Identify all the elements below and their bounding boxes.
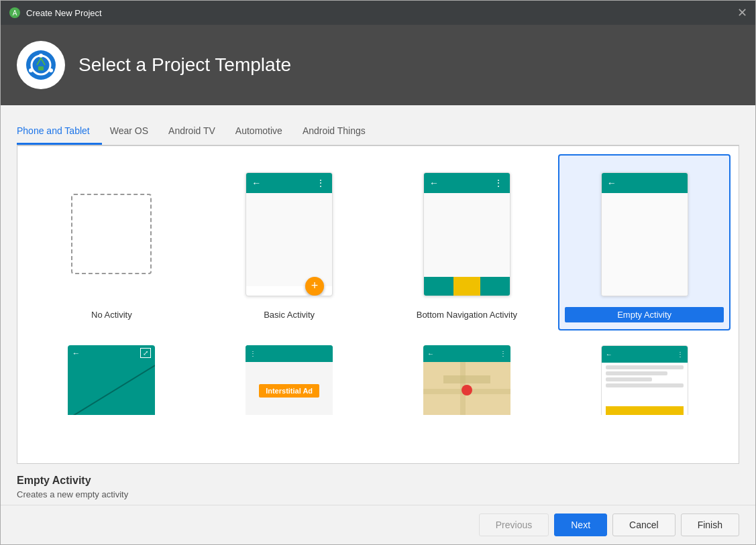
interstitial-dots: ⋮: [250, 350, 256, 357]
fullscreen-mockup: ← ⤢: [68, 345, 155, 416]
maps-dots-icon: ⋮: [500, 350, 506, 357]
template-grid-container[interactable]: No Activity ← ⋮ +: [17, 145, 739, 464]
master-line-1: [606, 365, 684, 369]
empty-activity-preview: ←: [592, 164, 696, 304]
template-interstitial-ad[interactable]: ⋮ Interstitial Ad: [203, 336, 376, 416]
app-icon: A: [9, 7, 21, 19]
nav-center-highlight: [453, 277, 480, 296]
empty-back-icon: ←: [607, 178, 616, 188]
close-button[interactable]: ✕: [737, 7, 747, 19]
empty-body: [602, 193, 688, 296]
selected-template-title: Empty Activity: [17, 475, 739, 487]
maps-preview: ← ⋮: [415, 345, 519, 416]
bottom-nav-preview: ← ⋮: [415, 164, 519, 304]
no-activity-dashed-box: [71, 194, 152, 274]
selected-template-description: Creates a new empty activity: [17, 489, 739, 499]
map-svg: [423, 362, 510, 416]
window: A Create New Project ✕ Select a Project …: [0, 0, 756, 545]
header-title: Select a Project Template: [78, 54, 291, 76]
basic-topbar: ← ⋮: [246, 173, 332, 193]
interstitial-preview: ⋮ Interstitial Ad: [237, 345, 341, 416]
master-detail-mockup: ← ⋮: [601, 345, 688, 416]
svg-text:A: A: [13, 9, 17, 17]
master-line-3: [606, 377, 653, 381]
no-activity-preview: [60, 164, 164, 304]
header: Select a Project Template: [1, 25, 755, 105]
empty-activity-mockup: ←: [601, 172, 688, 296]
interstitial-mockup: ⋮ Interstitial Ad: [246, 345, 333, 416]
template-fullscreen[interactable]: ← ⤢: [25, 336, 198, 416]
menu-dots-icon: ⋮: [316, 178, 327, 188]
maps-topbar: ← ⋮: [423, 345, 510, 362]
tab-android-things[interactable]: Android Things: [300, 119, 378, 145]
maps-body: [423, 362, 510, 416]
bottom-nav-bar: [424, 277, 510, 296]
empty-activity-label: Empty Activity: [565, 307, 724, 322]
master-topbar: ← ⋮: [602, 346, 688, 363]
svg-line-8: [68, 365, 155, 416]
master-dots-icon: ⋮: [677, 351, 684, 358]
template-empty-activity[interactable]: ← Empty Activity: [558, 154, 731, 330]
template-google-maps[interactable]: ← ⋮: [381, 336, 553, 416]
diagonal-decoration: [68, 345, 155, 416]
footer: Previous Next Cancel Finish: [1, 505, 755, 544]
basic-activity-mockup: ← ⋮ +: [246, 172, 333, 296]
interstitial-body: Interstitial Ad: [246, 362, 333, 416]
tab-wear-os[interactable]: Wear OS: [107, 119, 160, 145]
next-button[interactable]: Next: [554, 513, 607, 536]
back-arrow-icon2: ←: [429, 178, 439, 188]
tabs: Phone and Tablet Wear OS Android TV Auto…: [17, 119, 739, 145]
finish-button[interactable]: Finish: [681, 513, 739, 536]
svg-rect-7: [38, 66, 44, 70]
cancel-button[interactable]: Cancel: [612, 513, 676, 536]
svg-point-6: [49, 68, 53, 72]
basic-activity-label: Basic Activity: [258, 307, 320, 322]
no-activity-label: No Activity: [86, 307, 138, 322]
template-description: Empty Activity Creates a new empty activ…: [17, 464, 739, 505]
ad-badge: Interstitial Ad: [259, 384, 319, 398]
interstitial-topbar: ⋮: [246, 345, 333, 362]
master-line-2: [606, 371, 668, 375]
svg-point-5: [29, 68, 33, 72]
android-studio-logo: [25, 49, 57, 81]
titlebar-left: A Create New Project: [9, 7, 102, 19]
tab-phone-tablet[interactable]: Phone and Tablet: [17, 119, 102, 145]
master-detail-preview: ← ⋮: [592, 345, 696, 416]
svg-rect-10: [443, 375, 490, 383]
tab-android-tv[interactable]: Android TV: [166, 119, 227, 145]
back-arrow-icon: ←: [252, 178, 261, 188]
master-body: [602, 363, 688, 416]
titlebar-title: Create New Project: [26, 8, 102, 18]
tab-automotive[interactable]: Automotive: [233, 119, 294, 145]
template-basic-activity[interactable]: ← ⋮ + Basic Activity: [203, 154, 376, 330]
bottom-nav-mockup: ← ⋮: [423, 172, 510, 296]
basic-body: [246, 193, 332, 286]
master-bottom-bar: [606, 406, 684, 416]
template-master-detail[interactable]: ← ⋮: [558, 336, 731, 416]
empty-topbar: ←: [602, 173, 688, 193]
menu-dots-icon2: ⋮: [494, 178, 504, 188]
maps-mockup: ← ⋮: [423, 345, 510, 416]
fullscreen-preview: ← ⤢: [60, 345, 164, 416]
master-back-icon: ←: [606, 351, 612, 358]
header-logo: [17, 41, 65, 89]
bottom-nav-label: Bottom Navigation Activity: [411, 307, 523, 322]
basic-activity-preview: ← ⋮ +: [237, 164, 341, 304]
fab-container: +: [246, 286, 332, 296]
content: Phone and Tablet Wear OS Android TV Auto…: [1, 105, 755, 505]
template-no-activity[interactable]: No Activity: [25, 154, 198, 330]
maps-back-icon: ←: [427, 350, 434, 357]
master-line-4: [606, 383, 684, 387]
template-grid: No Activity ← ⋮ +: [17, 146, 739, 424]
template-bottom-nav[interactable]: ← ⋮ Bottom Navigation Activity: [381, 154, 553, 330]
previous-button[interactable]: Previous: [479, 513, 549, 536]
titlebar: A Create New Project ✕: [1, 1, 755, 25]
fab-button: +: [305, 277, 324, 296]
bottom-nav-topbar: ← ⋮: [424, 173, 510, 193]
bottom-nav-body: [424, 193, 510, 277]
